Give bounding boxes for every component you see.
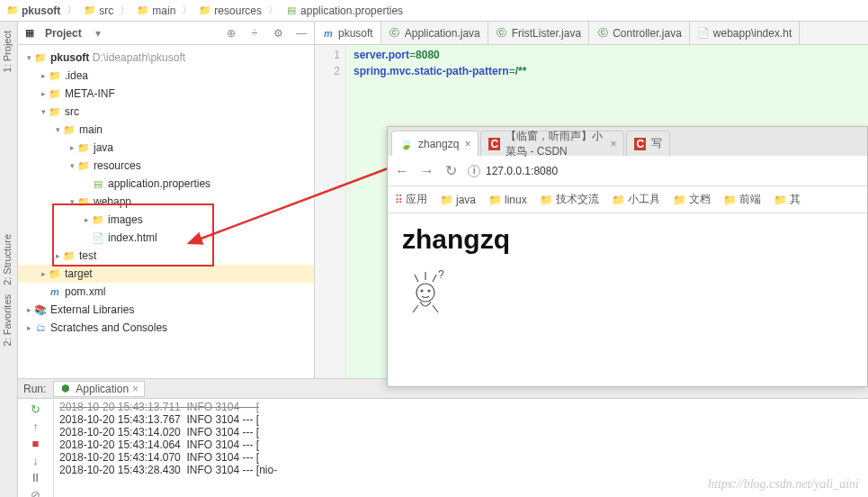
tree-main[interactable]: ▾📁main — [18, 121, 314, 139]
folder-icon: 📁 — [49, 105, 61, 118]
bookmark-other[interactable]: 📁其 — [774, 192, 801, 207]
editor-tab-fristlister[interactable]: ⓒFristLister.java — [488, 22, 589, 44]
chevron-icon: 〉 — [266, 3, 281, 18]
tree-appprops[interactable]: ▤application.properties — [18, 175, 314, 193]
crumb-project[interactable]: 📁pkusoft — [4, 4, 63, 18]
line-gutter: 12 — [315, 45, 346, 378]
resources-icon: 📁 — [77, 159, 90, 172]
rerun-icon[interactable]: ↻ — [31, 402, 40, 416]
gear-icon[interactable]: ⚙ — [271, 26, 285, 41]
folder-icon: 📁 — [49, 87, 61, 100]
editor-tab-pkusoft[interactable]: mpkusoft — [315, 22, 381, 44]
chevron-icon: 〉 — [180, 3, 194, 18]
bookmark-frontend[interactable]: 📁前端 — [723, 192, 761, 207]
tree-src[interactable]: ▾📁src — [18, 103, 314, 121]
folder-icon: 📁 — [199, 5, 211, 17]
down-icon[interactable]: ↓ — [32, 454, 39, 467]
breadcrumb: 📁pkusoft 〉 📁src 〉 📁main 〉 📁resources 〉 ▤… — [0, 0, 868, 22]
browser-tab-active[interactable]: 🍃zhangzq× — [391, 131, 479, 156]
page-heading: zhangzq — [402, 224, 853, 255]
up-icon[interactable]: ↑ — [32, 420, 39, 433]
tree-images[interactable]: ▸📁images — [18, 211, 314, 229]
bookmark-linux[interactable]: 📁linux — [488, 194, 527, 206]
class-icon: ⓒ — [596, 27, 609, 40]
package-icon: 📁 — [77, 141, 90, 154]
webapp-icon: 📁 — [77, 195, 90, 208]
tree-target[interactable]: ▸📁target — [18, 265, 314, 283]
tree-java[interactable]: ▸📁java — [18, 139, 314, 157]
tree-pom[interactable]: mpom.xml — [18, 283, 314, 301]
exit-icon[interactable]: ⊘ — [31, 488, 40, 497]
svg-point-3 — [428, 290, 430, 292]
tree-extlib[interactable]: ▸📚External Libraries — [18, 301, 314, 319]
divide-icon[interactable]: ÷ — [247, 26, 262, 41]
maven-icon: m — [49, 285, 61, 298]
editor-tab-index[interactable]: 📄webapp\index.ht — [690, 22, 800, 44]
csdn-icon: C — [634, 138, 646, 150]
html-icon: 📄 — [92, 231, 104, 244]
watermark: https://blog.csdn.net/yali_aini — [708, 477, 859, 492]
left-gutter: 1: Project 2: Structure 2: Favorites — [0, 22, 18, 497]
stop-icon[interactable]: ■ — [32, 437, 40, 450]
browser-address-bar: ← → ↻ i127.0.0.1:8080 — [388, 156, 867, 186]
browser-tab-csdn[interactable]: C【临窗，听雨声】小菜鸟 - CSDN× — [480, 131, 624, 156]
tree-resources[interactable]: ▾📁resources — [18, 157, 314, 175]
close-icon[interactable]: × — [610, 138, 616, 150]
tree-root[interactable]: ▾📁pkusoft D:\ideapath\pkusoft — [18, 49, 314, 67]
hide-icon[interactable]: — — [294, 26, 309, 41]
folder-icon: 📁 — [63, 249, 76, 262]
tree-idea[interactable]: ▸📁.idea — [18, 67, 314, 85]
tab-favorites[interactable]: 2: Favorites — [2, 294, 13, 346]
crumb-src[interactable]: 📁src — [81, 4, 116, 18]
bookmark-tools[interactable]: 📁小工具 — [612, 192, 660, 207]
project-panel: ▦ Project ▾ ⊕ ÷ ⚙ — ▾📁pkusoft D:\ideapat… — [18, 22, 315, 378]
collapse-icon[interactable]: ⊕ — [224, 26, 238, 41]
close-icon[interactable]: × — [132, 383, 139, 395]
browser-page: zhangzq ? — [388, 213, 867, 386]
project-tree[interactable]: ▾📁pkusoft D:\ideapath\pkusoft ▸📁.idea ▸📁… — [18, 45, 314, 378]
bookmarks-bar: ⠿应用 📁java 📁linux 📁技术交流 📁小工具 📁文档 📁前端 📁其 — [388, 186, 867, 213]
apps-shortcut[interactable]: ⠿应用 — [395, 192, 427, 207]
reload-icon[interactable]: ↻ — [445, 162, 457, 179]
project-title: Project — [45, 27, 82, 40]
tab-structure[interactable]: 2: Structure — [2, 234, 13, 285]
url-field[interactable]: i127.0.0.1:8080 — [468, 165, 558, 177]
target-icon: 📁 — [49, 267, 61, 280]
tree-webapp[interactable]: ▾📁webapp — [18, 193, 314, 211]
crumb-resources[interactable]: 📁resources — [196, 4, 264, 18]
tree-test[interactable]: ▸📁test — [18, 247, 314, 265]
class-icon: ⓒ — [496, 27, 508, 40]
properties-icon: ▤ — [92, 177, 104, 190]
run-title: Run: — [23, 383, 46, 395]
tab-project[interactable]: 1: Project — [2, 31, 13, 72]
folder-icon: 📁 — [774, 194, 787, 206]
library-icon: 📚 — [34, 303, 47, 316]
bookmark-docs[interactable]: 📁文档 — [673, 192, 711, 207]
pause-icon[interactable]: ⏸ — [30, 471, 41, 484]
info-icon: i — [468, 165, 480, 177]
editor-tab-application[interactable]: ⓒApplication.java — [381, 22, 488, 44]
editor-tab-controller[interactable]: ⓒController.java — [589, 22, 690, 44]
svg-point-1 — [416, 284, 434, 302]
crumb-main[interactable]: 📁main — [134, 4, 178, 18]
tree-index[interactable]: 📄index.html — [18, 229, 314, 247]
class-icon: ⓒ — [389, 27, 401, 40]
svg-text:?: ? — [438, 269, 444, 281]
folder-icon: 📁 — [84, 5, 96, 17]
bookmark-tech[interactable]: 📁技术交流 — [540, 192, 599, 207]
crumb-file[interactable]: ▤application.properties — [282, 4, 406, 18]
browser-tab-write[interactable]: C写 — [626, 131, 670, 156]
dropdown-icon[interactable]: ▾ — [91, 26, 105, 41]
leaf-icon: 🍃 — [399, 138, 413, 150]
maven-icon: m — [322, 27, 335, 40]
tree-meta[interactable]: ▸📁META-INF — [18, 85, 314, 103]
close-icon[interactable]: × — [464, 138, 470, 150]
tree-scratches[interactable]: ▸🗂Scratches and Consoles — [18, 319, 314, 337]
bookmark-java[interactable]: 📁java — [440, 194, 476, 206]
folder-icon: 📁 — [723, 194, 737, 206]
scratches-icon: 🗂 — [34, 321, 47, 334]
folder-icon: 📁 — [673, 194, 686, 206]
forward-icon[interactable]: → — [420, 163, 434, 179]
run-config-tab[interactable]: ⬢Application× — [53, 381, 145, 397]
back-icon[interactable]: ← — [395, 163, 409, 179]
